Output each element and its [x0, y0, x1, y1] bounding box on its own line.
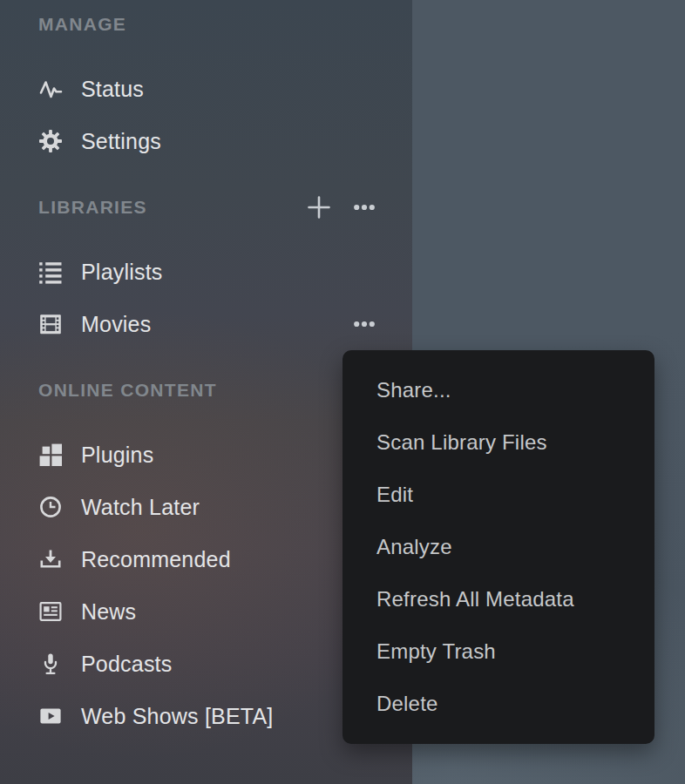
section-header-manage: MANAGE [38, 0, 412, 49]
sidebar-item-label: Plugins [81, 443, 153, 468]
section-title: MANAGE [38, 14, 126, 35]
menu-item-edit[interactable]: Edit [342, 469, 654, 521]
sidebar-item-label: Podcasts [81, 652, 172, 677]
playlist-icon [38, 260, 63, 284]
sidebar-item-settings[interactable]: Settings [38, 115, 412, 167]
sidebar-item-movies[interactable]: Movies [38, 298, 412, 350]
menu-item-delete[interactable]: Delete [342, 678, 654, 730]
menu-item-empty-trash[interactable]: Empty Trash [342, 625, 654, 678]
plugins-icon [38, 443, 63, 467]
menu-item-analyze[interactable]: Analyze [342, 521, 654, 573]
news-icon [38, 599, 63, 624]
movies-more-button[interactable] [352, 312, 376, 336]
clock-icon [38, 495, 63, 519]
plex-sidebar-screen: MANAGE Status [0, 0, 685, 784]
menu-item-refresh-all-metadata[interactable]: Refresh All Metadata [342, 573, 654, 625]
library-context-menu: Share... Scan Library Files Edit Analyze… [342, 350, 654, 744]
microphone-icon [38, 652, 63, 676]
sidebar-item-label: Settings [81, 129, 161, 154]
sidebar-item-label: Watch Later [81, 495, 200, 520]
sidebar-section-libraries: LIBRARIES [38, 183, 412, 350]
libraries-header-actions [306, 183, 376, 232]
activity-icon [38, 77, 63, 101]
sidebar-item-label: Playlists [81, 260, 163, 285]
web-shows-icon [38, 704, 63, 728]
menu-item-scan-library-files[interactable]: Scan Library Files [342, 416, 654, 469]
sidebar-item-label: Status [81, 77, 144, 102]
sidebar-item-label: Recommended [81, 547, 231, 572]
sidebar-item-label: News [81, 599, 136, 625]
sidebar-item-label: Web Shows [BETA] [81, 704, 273, 729]
sidebar-item-label: Movies [81, 312, 151, 337]
sidebar-item-status[interactable]: Status [38, 63, 412, 115]
film-icon [38, 312, 63, 336]
libraries-more-button[interactable] [352, 195, 376, 220]
sidebar-section-manage: MANAGE Status [38, 0, 412, 167]
section-title: LIBRARIES [38, 197, 147, 218]
menu-item-share[interactable]: Share... [342, 364, 654, 416]
gear-icon [38, 129, 63, 153]
download-icon [38, 547, 63, 571]
section-title: ONLINE CONTENT [38, 380, 217, 401]
add-library-button[interactable] [306, 194, 332, 220]
section-header-libraries: LIBRARIES [38, 183, 412, 232]
sidebar-item-playlists[interactable]: Playlists [38, 246, 412, 298]
